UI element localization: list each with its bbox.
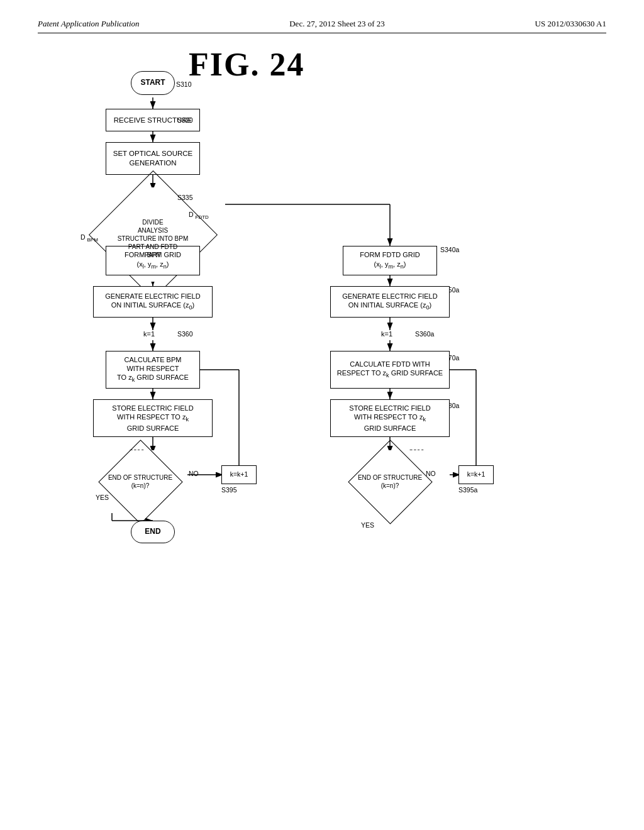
- s395a-label: S395a: [458, 486, 477, 494]
- start-label: START: [140, 78, 165, 88]
- d-bpm-label: D BPM: [80, 233, 98, 243]
- store-bpm-box: STORE ELECTRIC FIELDWITH RESPECT TO zkGR…: [93, 399, 213, 437]
- end-struct-fdtd: END OF STRUCTURE(k=n)?: [330, 450, 450, 513]
- figure-label: FIG. 24: [189, 46, 304, 83]
- s360-label: S360: [177, 330, 193, 338]
- gen-ef-fdtd-box: GENERATE ELECTRIC FIELDON INITIAL SURFAC…: [330, 286, 450, 318]
- calc-fdtd-box: CALCULATE FDTD WITHRESPECT TO zk GRID SU…: [330, 351, 450, 389]
- set-optical-label: SET OPTICAL SOURCE GENERATION: [113, 149, 193, 168]
- end-struct-bpm: END OF STRUCTURE(k=n)?: [93, 450, 187, 513]
- k1-fdtd: k=1: [381, 330, 392, 338]
- k-plus1-fdtd-box: k=k+1: [458, 465, 494, 484]
- yes-bpm-label: YES: [96, 494, 109, 501]
- form-fdtd-grid-box: FORM FDTD GRID(xl, ym, zn): [343, 246, 437, 275]
- no-bpm-label: NO: [189, 470, 199, 477]
- d-fdtd-label: D FDTD: [189, 211, 209, 220]
- gen-ef-bpm-box: GENERATE ELECTRIC FIELDON INITIAL SURFAC…: [93, 286, 213, 318]
- k-plus1-fdtd-label: k=k+1: [467, 470, 486, 479]
- start-box: START: [131, 71, 175, 95]
- header-right: US 2012/0330630 A1: [535, 19, 606, 29]
- s310-label: S310: [176, 80, 192, 88]
- no-fdtd-label: NO: [426, 470, 436, 477]
- s335-label: S335: [177, 194, 193, 201]
- page: Patent Application Publication Dec. 27, …: [0, 0, 644, 830]
- end-box: END: [131, 521, 175, 543]
- s340a-label: S340a: [440, 246, 459, 253]
- page-header: Patent Application Publication Dec. 27, …: [38, 19, 606, 33]
- s360a-label: S360a: [415, 330, 434, 338]
- header-center: Dec. 27, 2012 Sheet 23 of 23: [289, 19, 385, 29]
- diagram-area: FIG. 24: [38, 46, 606, 788]
- k-plus1-bpm-label: k=k+1: [230, 470, 248, 479]
- yes-fdtd-label: YES: [361, 521, 374, 529]
- calc-bpm-box: CALCULATE BPMWITH RESPECTTO zk GRID SURF…: [106, 351, 200, 389]
- header-left: Patent Application Publication: [38, 19, 140, 29]
- s395-label: S395: [221, 486, 237, 494]
- end-label: END: [145, 527, 160, 537]
- k1-bpm: k=1: [143, 330, 155, 338]
- s320-label: S320: [177, 116, 193, 124]
- k-plus1-bpm-box: k=k+1: [221, 465, 257, 484]
- store-fdtd-box: STORE ELECTRIC FIELDWITH RESPECT TO zkGR…: [330, 399, 450, 437]
